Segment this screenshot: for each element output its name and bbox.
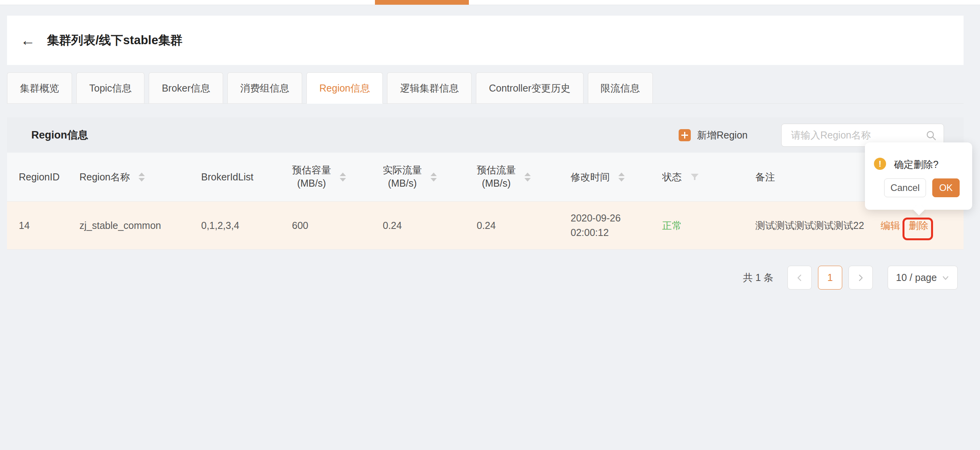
col-header-estimated-capacity[interactable]: 预估容量 (MB/s) [280,153,371,201]
top-accent-segment [375,0,469,5]
table-header-row: RegionID Region名称 BrokerIdList 预估容量 (MB/… [7,153,964,202]
chevron-left-icon [795,274,804,282]
popconfirm-message: 确定删除? [894,158,939,171]
col-header-status[interactable]: 状态 [650,153,744,201]
tab-logical-cluster-info[interactable]: 逻辑集群信息 [387,72,472,103]
col-header-remark: 备注 [744,153,869,201]
pagination: 共 1 条 1 10 / page [743,266,958,290]
section-title: Region信息 [31,117,88,153]
page-size-select[interactable]: 10 / page [888,266,958,290]
tab-broker-info[interactable]: Broker信息 [149,72,223,103]
col-header-actual-traffic[interactable]: 实际流量 (MB/s) [371,153,465,201]
cell-region-id: 14 [7,202,68,249]
tab-bar: 集群概览 Topic信息 Broker信息 消费组信息 Region信息 逻辑集… [7,72,964,104]
region-table: RegionID Region名称 BrokerIdList 预估容量 (MB/… [7,153,964,250]
plus-icon [679,129,691,141]
cell-modified-time: 2020-09-26 02:00:12 [559,202,650,249]
col-header-region-id: RegionID [7,153,68,201]
back-arrow-icon[interactable]: ← [20,33,35,48]
chevron-right-icon [856,274,865,282]
add-region-label: 新增Region [697,129,748,142]
page-1-button[interactable]: 1 [818,266,842,290]
page-size-label: 10 / page [896,272,937,283]
cell-broker-id-list: 0,1,2,3,4 [189,202,280,249]
cell-region-name: zj_stable_common [68,202,189,249]
filter-funnel-icon[interactable] [690,172,700,182]
col-header-modified-time[interactable]: 修改时间 [559,153,650,201]
cell-actual-traffic: 0.24 [371,202,465,249]
sort-icon[interactable] [431,173,437,182]
top-progress-bar [0,0,980,5]
region-search-input[interactable] [791,130,922,141]
prev-page-button[interactable] [787,266,812,290]
tab-cluster-overview[interactable]: 集群概览 [7,72,72,103]
cell-estimated-capacity: 600 [280,202,371,249]
page-header: ← 集群列表/线下stable集群 [7,16,964,65]
cell-remark: 测试测试测试测试测试22 [744,202,869,249]
tab-topic-info[interactable]: Topic信息 [76,72,144,103]
add-region-button[interactable]: 新增Region [679,117,748,153]
sort-icon[interactable] [340,173,346,182]
page-title: 集群列表/线下stable集群 [47,32,182,49]
warning-icon: ! [874,158,886,170]
tab-throttle-info[interactable]: 限流信息 [588,72,653,103]
col-header-estimated-traffic[interactable]: 预估流量 (MB/s) [465,153,559,201]
ok-button[interactable]: OK [932,178,960,197]
col-header-broker-id-list: BrokerIdList [189,153,280,201]
total-count-label: 共 1 条 [743,271,773,284]
cell-estimated-traffic: 0.24 [465,202,559,249]
sort-icon[interactable] [139,173,145,182]
tab-region-info[interactable]: Region信息 [306,72,383,104]
region-section-header: Region信息 新增Region [7,117,964,153]
tab-controller-history[interactable]: Controller变更历史 [476,72,583,103]
chevron-down-icon [942,274,949,282]
sort-icon[interactable] [618,173,625,182]
cluster-detail-screen: ← 集群列表/线下stable集群 集群概览 Topic信息 Broker信息 … [0,0,980,450]
cancel-button[interactable]: Cancel [884,178,926,197]
delete-link[interactable]: 删除 [909,219,928,232]
cell-status: 正常 [650,202,744,249]
search-icon[interactable] [926,130,937,141]
edit-link[interactable]: 编辑 [881,219,900,232]
next-page-button[interactable] [848,266,873,290]
sort-icon[interactable] [524,173,531,182]
delete-popconfirm: ! 确定删除? Cancel OK [865,142,972,210]
col-header-region-name[interactable]: Region名称 [68,153,189,201]
tab-consumer-group-info[interactable]: 消费组信息 [227,72,302,103]
table-row: 14 zj_stable_common 0,1,2,3,4 600 0.24 0… [7,202,964,250]
